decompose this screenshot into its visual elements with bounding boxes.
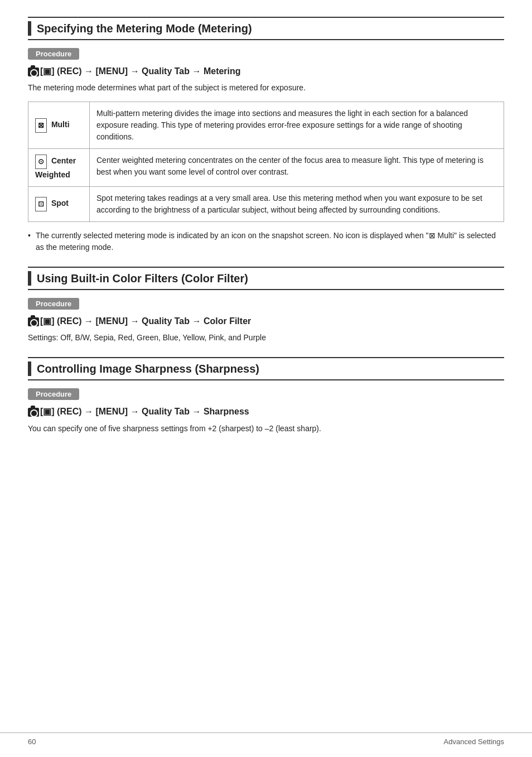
camera-icon: [28, 67, 39, 76]
page-footer: 60 Advanced Settings: [0, 732, 532, 746]
spot-icon-cell: ⊡ Spot: [28, 186, 90, 221]
center-description: Center weighted metering concentrates on…: [90, 149, 504, 187]
metering-section-header: Specifying the Metering Mode (Metering): [28, 17, 504, 40]
metering-table: ⊠ Multi Multi-pattern metering divides t…: [28, 102, 504, 222]
sharpness-section-header: Controlling Image Sharpness (Sharpness): [28, 357, 504, 380]
multi-description: Multi-pattern metering divides the image…: [90, 102, 504, 149]
metering-nav-path: [▣] (REC) → [MENU] → Quality Tab → Meter…: [28, 65, 504, 78]
section-left-bar-3: [28, 361, 31, 376]
sharpness-section: Controlling Image Sharpness (Sharpness) …: [28, 357, 504, 434]
sharpness-nav-path: [▣] (REC) → [MENU] → Quality Tab → Sharp…: [28, 406, 504, 418]
multi-icon-cell: ⊠ Multi: [28, 102, 90, 149]
color-filter-nav-path: [▣] (REC) → [MENU] → Quality Tab → Color…: [28, 315, 504, 327]
center-icon: ⊙: [35, 155, 47, 169]
page-number: 60: [28, 737, 36, 746]
spot-icon: ⊡: [35, 197, 47, 211]
table-row: ⊠ Multi Multi-pattern metering divides t…: [28, 102, 504, 149]
section-left-bar-2: [28, 271, 31, 286]
procedure-badge-metering: Procedure: [28, 48, 79, 60]
sharpness-description: You can specify one of five sharpness se…: [28, 423, 504, 435]
multi-icon: ⊠: [35, 118, 47, 133]
section-left-bar: [28, 21, 31, 36]
sharpness-title: Controlling Image Sharpness (Sharpness): [37, 361, 259, 376]
metering-title: Specifying the Metering Mode (Metering): [37, 21, 252, 36]
color-filter-title: Using Built-in Color Filters (Color Filt…: [37, 271, 248, 286]
table-row: ⊙ CenterWeighted Center weighted meterin…: [28, 149, 504, 187]
spot-description: Spot metering takes readings at a very s…: [90, 186, 504, 221]
procedure-badge-sharpness: Procedure: [28, 388, 79, 400]
metering-description: The metering mode determines what part o…: [28, 82, 504, 94]
metering-note: The currently selected metering mode is …: [28, 230, 504, 253]
table-row: ⊡ Spot Spot metering takes readings at a…: [28, 186, 504, 221]
procedure-badge-color: Procedure: [28, 298, 79, 310]
color-filter-section-header: Using Built-in Color Filters (Color Filt…: [28, 267, 504, 290]
color-filter-section: Using Built-in Color Filters (Color Filt…: [28, 267, 504, 344]
center-icon-cell: ⊙ CenterWeighted: [28, 149, 90, 187]
multi-label: Multi: [51, 120, 70, 129]
camera-icon-3: [28, 408, 39, 417]
color-filter-description: Settings: Off, B/W, Sepia, Red, Green, B…: [28, 332, 504, 344]
metering-section: Specifying the Metering Mode (Metering) …: [28, 17, 504, 253]
camera-icon-2: [28, 317, 39, 326]
footer-section-label: Advanced Settings: [444, 737, 504, 746]
spot-label: Spot: [51, 199, 69, 208]
